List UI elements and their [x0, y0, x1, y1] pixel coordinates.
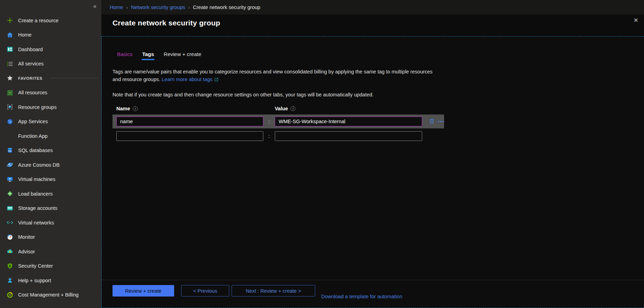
- sidebar-item-label: Dashboard: [18, 47, 43, 52]
- sidebar-item-label: Monitor: [18, 234, 35, 240]
- info-icon[interactable]: i: [133, 106, 138, 111]
- external-link-icon: [214, 76, 219, 84]
- sidebar-item-advisor[interactable]: Advisor: [0, 244, 101, 259]
- sidebar-item-virtual-machines[interactable]: Virtual machines: [0, 172, 101, 187]
- sidebar-item-home[interactable]: Home: [0, 28, 101, 42]
- virtual-networks-icon: [6, 219, 14, 226]
- sidebar-item-label: Resource groups: [18, 104, 56, 110]
- advisor-icon: [6, 248, 14, 255]
- all-services-icon: [6, 60, 14, 68]
- dashboard-icon: [6, 46, 14, 53]
- tab-bar: BasicsTagsReview + create: [112, 50, 644, 60]
- breadcrumb-separator: ›: [188, 5, 190, 10]
- learn-more-link[interactable]: Learn more about tags: [162, 77, 212, 82]
- tag-table: Namei Valuei :•••:: [112, 106, 444, 142]
- function-app-icon: [6, 132, 14, 140]
- breadcrumb-home[interactable]: Home: [110, 5, 123, 10]
- breadcrumb: Home›Network security groups›Create netw…: [101, 0, 644, 15]
- sidebar-item-dashboard[interactable]: Dashboard: [0, 42, 101, 57]
- previous-button[interactable]: < Previous: [181, 285, 229, 297]
- virtual-machines-icon: [6, 176, 14, 183]
- star-icon: [6, 74, 14, 82]
- panel-header: Create network security group ✕: [101, 15, 644, 36]
- sidebar-item-sql-databases[interactable]: SQLSQL databases: [0, 143, 101, 158]
- tag-name-input[interactable]: [116, 117, 263, 126]
- download-template-link[interactable]: Download a template for automation: [321, 294, 402, 299]
- sidebar-item-load-balancers[interactable]: Load balancers: [0, 187, 101, 201]
- page-title: Create network security group: [112, 19, 220, 27]
- app-services-icon: [6, 118, 14, 125]
- review-create-button[interactable]: Review + create: [112, 285, 174, 297]
- tag-value-input[interactable]: [275, 131, 422, 141]
- sidebar: « Create a resourceHomeDashboardAll serv…: [0, 0, 101, 308]
- sidebar-item-help-support[interactable]: Help + support: [0, 273, 101, 288]
- sidebar-item-function-app[interactable]: Function App: [0, 129, 101, 143]
- breadcrumb-separator: ›: [126, 5, 128, 10]
- sidebar-item-label: Advisor: [18, 249, 35, 254]
- delete-tag-icon[interactable]: [427, 118, 436, 125]
- home-icon: [6, 31, 14, 39]
- sidebar-item-security-center[interactable]: Security Center: [0, 259, 101, 274]
- footer-bar: Review + create < Previous Next : Review…: [102, 280, 644, 308]
- more-options-icon[interactable]: •••: [436, 119, 447, 124]
- sidebar-item-resource-groups[interactable]: Resource groups: [0, 100, 101, 114]
- tags-note: Note that if you create tags and then ch…: [112, 92, 644, 97]
- sidebar-item-storage-accounts[interactable]: Storage accounts: [0, 201, 101, 216]
- content-panel: BasicsTagsReview + create Tags are name/…: [101, 36, 644, 308]
- monitor-icon: [6, 234, 14, 241]
- tag-colon: :: [263, 119, 275, 124]
- sidebar-item-label: Create a resource: [18, 18, 59, 23]
- sidebar-item-label: Help + support: [18, 278, 51, 283]
- sidebar-item-virtual-networks[interactable]: Virtual networks: [0, 215, 101, 230]
- tags-description: Tags are name/value pairs that enable yo…: [112, 68, 438, 84]
- sidebar-item-label: App Services: [18, 119, 48, 124]
- next-button[interactable]: Next : Review + create >: [232, 285, 315, 297]
- resource-groups-icon: [6, 103, 14, 111]
- sidebar-item-label: Home: [18, 32, 32, 38]
- sidebar-item-label: All services: [18, 61, 44, 66]
- tag-rows: :•••:: [112, 114, 444, 142]
- name-column-header: Name: [116, 106, 130, 111]
- section-divider: [50, 78, 98, 78]
- sidebar-section-favorites: FAVORITES: [0, 71, 101, 86]
- sidebar-item-label: All resources: [18, 90, 47, 95]
- sidebar-item-azure-cosmos-db[interactable]: Azure Cosmos DB: [0, 158, 101, 172]
- tag-value-input[interactable]: [275, 117, 422, 126]
- info-icon[interactable]: i: [290, 106, 295, 111]
- sql-databases-icon: SQL: [6, 147, 14, 154]
- svg-text:SQL: SQL: [8, 150, 12, 152]
- tab-review-create[interactable]: Review + create: [159, 50, 206, 60]
- sidebar-item-label: Storage accounts: [18, 205, 57, 211]
- sidebar-items: Create a resourceHomeDashboardAll servic…: [0, 0, 101, 302]
- plus-icon: [6, 17, 14, 24]
- sidebar-item-monitor[interactable]: Monitor: [0, 230, 101, 245]
- storage-accounts-icon: [6, 205, 14, 212]
- sidebar-item-label: Virtual machines: [18, 176, 55, 182]
- tab-basics[interactable]: Basics: [112, 50, 137, 60]
- all-resources-icon: [6, 89, 14, 96]
- tag-name-input[interactable]: [116, 131, 263, 141]
- sidebar-collapse-icon[interactable]: «: [93, 3, 96, 10]
- tab-tags[interactable]: Tags: [138, 50, 158, 60]
- breadcrumb-network-security-groups[interactable]: Network security groups: [131, 5, 185, 10]
- cosmos-db-icon: [6, 161, 14, 168]
- load-balancers-icon: [6, 190, 14, 197]
- cost-management-icon: $: [6, 291, 14, 299]
- sidebar-item-create-a-resource[interactable]: Create a resource: [0, 13, 101, 28]
- value-column-header: Value: [275, 106, 288, 111]
- tag-colon: :: [263, 133, 275, 139]
- close-icon[interactable]: ✕: [634, 17, 638, 23]
- tags-description-text: Tags are name/value pairs that enable yo…: [112, 69, 433, 82]
- security-center-icon: [6, 262, 14, 270]
- main-area: Home›Network security groups›Create netw…: [101, 0, 644, 308]
- sidebar-item-label: Cost Management + Billing: [18, 292, 79, 298]
- sidebar-item-label: Load balancers: [18, 191, 53, 197]
- tag-row: :•••: [112, 114, 444, 128]
- sidebar-item-all-resources[interactable]: All resources: [0, 86, 101, 100]
- sidebar-item-label: FAVORITES: [18, 76, 42, 80]
- sidebar-item-label: Security Center: [18, 263, 53, 269]
- sidebar-item-all-services[interactable]: All services: [0, 57, 101, 71]
- sidebar-item-app-services[interactable]: App Services: [0, 114, 101, 129]
- help-support-icon: [6, 277, 14, 284]
- sidebar-item-cost-management-billing[interactable]: $Cost Management + Billing: [0, 288, 101, 302]
